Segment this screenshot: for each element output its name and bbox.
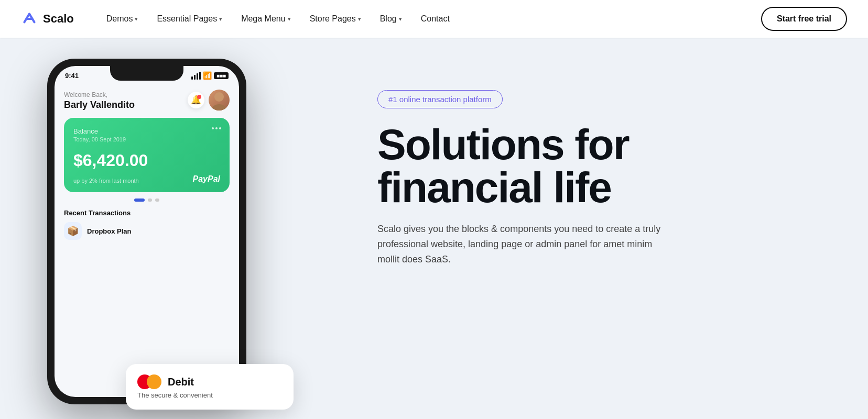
hero-section: 9:41 📶 ■■■	[0, 38, 868, 419]
card-footer: up by 2% from last month PayPal	[73, 174, 220, 184]
status-time: 9:41	[65, 72, 79, 80]
notification-dot	[197, 95, 201, 99]
hero-heading-line2: financial life	[377, 166, 837, 209]
indicator-dot	[155, 199, 159, 202]
svg-point-1	[212, 104, 226, 111]
status-icons: 📶 ■■■	[191, 71, 229, 80]
phone-notch	[110, 66, 183, 81]
nav-item-blog[interactable]: Blog ▾	[373, 10, 409, 28]
signal-icon	[191, 72, 201, 80]
nav-item-contact[interactable]: Contact	[414, 10, 457, 28]
debit-subtitle: The secure & convenient	[137, 391, 282, 399]
chevron-down-icon: ▾	[399, 16, 402, 23]
transactions-section: Recent Transactions 📦 Dropbox Plan	[64, 209, 230, 240]
avatar-image	[209, 90, 230, 111]
chevron-down-icon: ▾	[219, 16, 222, 23]
indicator-dot-active	[134, 199, 145, 202]
balance-change: up by 2% from last month	[73, 178, 139, 184]
paypal-label: PayPal	[193, 174, 220, 184]
transaction-item: 📦 Dropbox Plan	[64, 222, 230, 240]
navbar: Scalo Demos ▾ Essential Pages ▾ Mega Men…	[0, 0, 868, 38]
chevron-down-icon: ▾	[135, 16, 138, 23]
balance-label: Balance	[73, 127, 220, 135]
nav-item-demos[interactable]: Demos ▾	[99, 10, 146, 28]
transaction-name: Dropbox Plan	[87, 227, 132, 235]
hero-heading-line1: Solutions for	[377, 123, 837, 166]
hero-text: #1 online transaction platform Solutions…	[377, 59, 837, 267]
start-free-trial-button[interactable]: Start free trial	[761, 7, 847, 31]
logo[interactable]: Scalo	[21, 10, 74, 27]
app-header-row: Welcome Back, Barly Vallendito 🔔	[64, 89, 230, 111]
phone-main: 9:41 📶 ■■■	[47, 59, 246, 404]
svg-point-0	[214, 92, 224, 102]
balance-amount: $6,420.00	[73, 151, 220, 170]
debit-card: Debit The secure & convenient	[126, 364, 294, 410]
debit-title: Debit	[168, 376, 194, 388]
hero-description: Scalo gives you the blocks & components …	[377, 222, 671, 267]
debit-header: Debit	[137, 374, 282, 389]
indicator-dot	[148, 199, 152, 202]
transactions-title: Recent Transactions	[64, 209, 230, 217]
balance-card: Balance Today, 08 Sept 2019 $6,420.00 up…	[64, 118, 230, 192]
phone-mockup-area: 9:41 📶 ■■■	[31, 59, 356, 415]
logo-text: Scalo	[43, 12, 74, 26]
transaction-icon: 📦	[64, 222, 82, 240]
hero-heading: Solutions for financial life	[377, 123, 837, 209]
mastercard-icon	[137, 374, 161, 389]
card-dots	[212, 127, 221, 129]
bell-icon[interactable]: 🔔	[188, 92, 204, 108]
mastercard-orange-circle	[147, 374, 161, 389]
nav-item-mega[interactable]: Mega Menu ▾	[234, 10, 298, 28]
user-name: Barly Vallendito	[64, 100, 135, 111]
battery-icon: ■■■	[214, 72, 229, 79]
logo-icon	[21, 10, 38, 27]
hero-badge: #1 online transaction platform	[377, 90, 503, 108]
nav-links: Demos ▾ Essential Pages ▾ Mega Menu ▾ St…	[99, 10, 761, 28]
app-content: Welcome Back, Barly Vallendito 🔔	[55, 82, 239, 248]
chevron-down-icon: ▾	[288, 16, 291, 23]
chevron-down-icon: ▾	[358, 16, 361, 23]
welcome-text: Welcome Back,	[64, 91, 135, 98]
balance-date: Today, 08 Sept 2019	[73, 136, 220, 142]
nav-item-essential[interactable]: Essential Pages ▾	[149, 10, 230, 28]
nav-item-store[interactable]: Store Pages ▾	[302, 10, 368, 28]
avatar	[209, 90, 230, 111]
wifi-icon: 📶	[203, 71, 212, 80]
card-indicator	[64, 199, 230, 202]
